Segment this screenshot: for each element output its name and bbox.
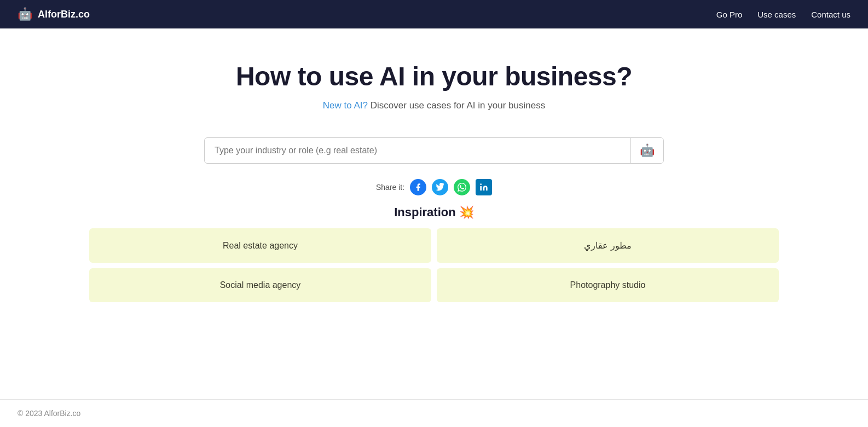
navbar: 🤖 AlforBiz.co Go Pro Use cases Contact u… <box>0 0 868 28</box>
page-heading: How to use AI in your business? <box>236 61 632 91</box>
inspiration-text: Inspiration <box>394 205 455 219</box>
inspiration-section-title: Inspiration 💥 <box>394 205 474 220</box>
footer-copyright: © 2023 AlforBiz.co <box>18 409 80 418</box>
footer: © 2023 AlforBiz.co <box>0 399 868 427</box>
card-photography[interactable]: Photography studio <box>437 268 779 302</box>
nav-contact-us[interactable]: Contact us <box>811 10 850 19</box>
search-bar: 🤖 <box>204 137 664 164</box>
nav-links: Go Pro Use cases Contact us <box>716 10 850 19</box>
twitter-icon <box>436 183 444 192</box>
facebook-icon <box>414 183 423 192</box>
search-robot-icon: 🤖 <box>640 143 655 158</box>
linkedin-icon <box>479 183 488 192</box>
subtitle-highlight: New to AI? <box>323 100 368 111</box>
whatsapp-share-button[interactable] <box>454 179 470 195</box>
brand-logo[interactable]: 🤖 AlforBiz.co <box>18 7 90 21</box>
robot-icon: 🤖 <box>18 7 32 21</box>
brand-name: AlforBiz.co <box>38 9 90 20</box>
page-subtitle: New to AI? Discover use cases for AI in … <box>323 100 545 111</box>
main-content: How to use AI in your business? New to A… <box>0 28 868 324</box>
card-social-media[interactable]: Social media agency <box>89 268 431 302</box>
share-label: Share it: <box>376 183 404 192</box>
whatsapp-icon <box>458 183 466 192</box>
svg-point-0 <box>480 183 482 185</box>
subtitle-rest: Discover use cases for AI in your busine… <box>371 100 545 111</box>
search-input[interactable] <box>205 138 630 163</box>
twitter-share-button[interactable] <box>432 179 448 195</box>
card-real-estate[interactable]: Real estate agency <box>89 228 431 263</box>
nav-use-cases[interactable]: Use cases <box>757 10 796 19</box>
search-button[interactable]: 🤖 <box>630 138 663 163</box>
share-row: Share it: <box>376 179 492 195</box>
inspiration-emoji: 💥 <box>459 205 474 219</box>
inspiration-cards-grid: Real estate agency مطور عقاري Social med… <box>89 228 779 302</box>
card-arabic-real-estate[interactable]: مطور عقاري <box>437 228 779 263</box>
linkedin-share-button[interactable] <box>476 179 492 195</box>
nav-go-pro[interactable]: Go Pro <box>716 10 743 19</box>
facebook-share-button[interactable] <box>410 179 426 195</box>
